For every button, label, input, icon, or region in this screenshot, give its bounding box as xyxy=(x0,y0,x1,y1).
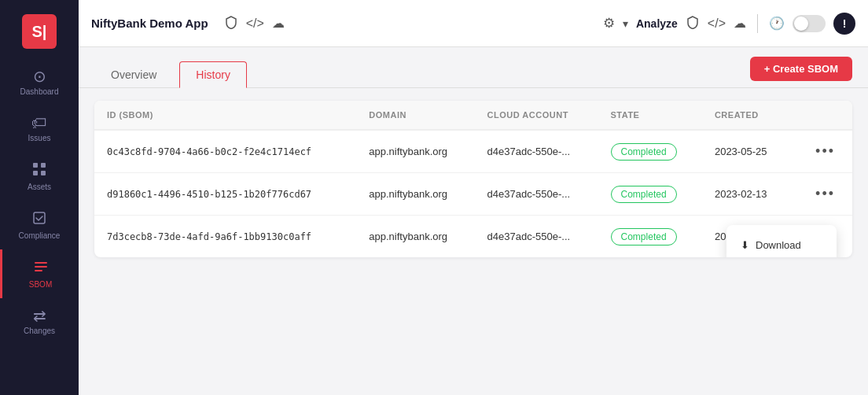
topbar-left-icons: </> ☁ xyxy=(224,15,285,32)
cell-id-2: 7d3cecb8-73de-4afd-9a6f-1bb9130c0aff xyxy=(94,216,356,258)
sidebar-label-assets: Assets xyxy=(28,183,51,191)
sidebar-label-issues: Issues xyxy=(28,134,51,142)
svg-rect-0 xyxy=(33,163,38,168)
analyze-shield-icon[interactable] xyxy=(686,15,700,32)
svg-rect-1 xyxy=(41,163,46,168)
status-badge: Completed xyxy=(611,228,677,245)
status-badge: Completed xyxy=(611,143,677,161)
svg-rect-6 xyxy=(35,266,47,268)
cell-actions-1: ••• xyxy=(790,173,852,216)
sbom-table-container: ID (SBOM) Domain Cloud Account State Cre… xyxy=(94,101,852,257)
sbom-icon xyxy=(33,259,49,277)
sidebar-label-compliance: Compliance xyxy=(19,231,61,240)
table-row: 0c43c8fd-9704-4a66-b0c2-f2e4c1714ecf app… xyxy=(94,130,852,173)
context-dropdown: ⬇ Download xyxy=(726,225,837,257)
svg-rect-3 xyxy=(41,171,46,175)
sidebar-item-compliance[interactable]: Compliance xyxy=(0,201,79,249)
col-header-created: Created xyxy=(702,101,790,130)
dropdown-download[interactable]: ⬇ Download xyxy=(726,231,837,257)
analyze-label: Analyze xyxy=(636,17,678,30)
app-name: NiftyBank Demo App xyxy=(91,17,208,30)
table-row: d91860c1-4496-4510-b125-1b20f776cd67 app… xyxy=(94,173,852,216)
tab-history[interactable]: History xyxy=(179,61,247,88)
cell-cloud-1: d4e37adc-550e-... xyxy=(475,173,598,216)
cell-state-2: Completed xyxy=(598,216,702,258)
code-icon[interactable]: </> xyxy=(246,17,264,31)
chevron-down-icon[interactable]: ▾ xyxy=(623,17,628,30)
gear-icon[interactable]: ⚙ xyxy=(603,15,615,31)
cell-domain-2: app.niftybank.org xyxy=(356,216,474,258)
cell-cloud-2: d4e37adc-550e-... xyxy=(475,216,598,258)
table-header-row: ID (SBOM) Domain Cloud Account State Cre… xyxy=(94,101,852,130)
svg-rect-4 xyxy=(34,212,45,223)
cell-created-0: 2023-05-25 xyxy=(702,130,790,173)
cell-created-1: 2023-02-13 xyxy=(702,173,790,216)
dark-mode-toggle[interactable] xyxy=(793,15,826,32)
row-actions-button-0[interactable]: ••• xyxy=(811,142,840,161)
content-area: Overview History + Create SBOM ID (SBOM)… xyxy=(79,47,868,395)
col-header-state: State xyxy=(598,101,702,130)
app-logo[interactable]: S| xyxy=(22,14,57,49)
row-actions-button-1[interactable]: ••• xyxy=(811,184,840,204)
sidebar-item-assets[interactable]: Assets xyxy=(0,152,79,201)
compliance-icon xyxy=(31,210,47,228)
col-header-domain: Domain xyxy=(356,101,474,130)
main-content: NiftyBank Demo App </> ☁ ⚙ ▾ Analyze </>… xyxy=(79,0,868,395)
analyze-code-icon[interactable]: </> xyxy=(708,17,726,31)
cell-id-1: d91860c1-4496-4510-b125-1b20f776cd67 xyxy=(94,173,356,216)
cell-actions-0: ••• xyxy=(790,130,852,173)
sidebar-item-changes[interactable]: ⇄ Changes xyxy=(0,298,79,345)
sidebar: S| ⊙ Dashboard 🏷 Issues Assets Complianc… xyxy=(0,0,79,395)
cell-domain-0: app.niftybank.org xyxy=(356,130,474,173)
col-header-id: ID (SBOM) xyxy=(94,101,356,130)
tab-overview[interactable]: Overview xyxy=(94,61,173,88)
alert-icon[interactable]: ! xyxy=(833,13,855,35)
dashboard-icon: ⊙ xyxy=(33,68,46,84)
col-header-actions xyxy=(790,101,852,130)
sidebar-label-changes: Changes xyxy=(24,327,55,335)
cell-domain-1: app.niftybank.org xyxy=(356,173,474,216)
cell-state-1: Completed xyxy=(598,173,702,216)
cell-cloud-0: d4e37adc-550e-... xyxy=(475,130,598,173)
clock-icon[interactable]: 🕐 xyxy=(769,16,785,31)
svg-rect-2 xyxy=(33,171,38,175)
topbar-divider xyxy=(757,14,758,33)
sidebar-item-sbom[interactable]: SBOM xyxy=(0,249,79,298)
create-sbom-button[interactable]: + Create SBOM xyxy=(750,57,852,81)
logo-text: S| xyxy=(32,23,47,41)
sidebar-item-issues[interactable]: 🏷 Issues xyxy=(0,105,79,152)
cell-id-0: 0c43c8fd-9704-4a66-b0c2-f2e4c1714ecf xyxy=(94,130,356,173)
cloud-icon[interactable]: ☁ xyxy=(272,16,285,31)
download-label: Download xyxy=(756,239,801,251)
sidebar-label-dashboard: Dashboard xyxy=(20,87,59,96)
analyze-cloud-icon[interactable]: ☁ xyxy=(734,16,746,31)
topbar: NiftyBank Demo App </> ☁ ⚙ ▾ Analyze </>… xyxy=(79,0,868,47)
topbar-right: ⚙ ▾ Analyze </> ☁ 🕐 ! xyxy=(603,13,855,35)
tabs-bar: Overview History + Create SBOM xyxy=(79,47,868,88)
toggle-knob xyxy=(794,17,808,31)
shield-icon[interactable] xyxy=(224,15,238,32)
svg-rect-5 xyxy=(35,262,47,264)
cell-state-0: Completed xyxy=(598,130,702,173)
svg-rect-7 xyxy=(35,270,42,271)
status-badge: Completed xyxy=(611,186,677,203)
changes-icon: ⇄ xyxy=(33,308,46,323)
col-header-cloud: Cloud Account xyxy=(475,101,598,130)
sidebar-label-sbom: SBOM xyxy=(29,280,52,289)
sidebar-item-dashboard[interactable]: ⊙ Dashboard xyxy=(0,59,79,105)
download-icon: ⬇ xyxy=(741,239,749,251)
issues-icon: 🏷 xyxy=(31,115,47,131)
sidebar-logo: S| xyxy=(0,8,79,55)
assets-icon xyxy=(31,161,47,179)
